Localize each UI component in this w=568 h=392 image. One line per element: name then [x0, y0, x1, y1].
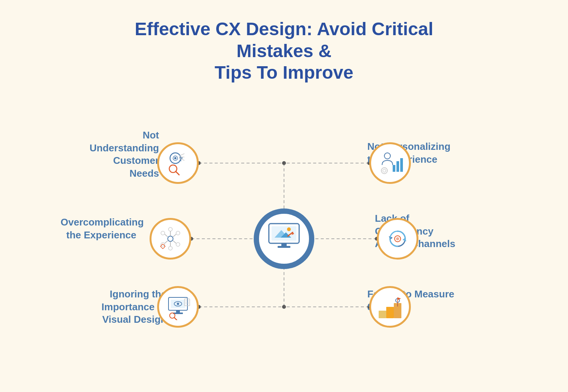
- svg-line-25: [176, 171, 179, 175]
- node-top-right: [369, 142, 411, 184]
- diagram-container: ?: [19, 91, 549, 386]
- svg-point-30: [381, 168, 387, 174]
- svg-rect-58: [176, 310, 180, 313]
- node-mid-left: [150, 218, 191, 260]
- svg-rect-67: [386, 307, 394, 318]
- svg-line-39: [165, 234, 168, 237]
- svg-rect-28: [396, 161, 399, 172]
- svg-rect-16: [278, 246, 290, 248]
- svg-point-57: [177, 303, 179, 305]
- svg-point-26: [384, 153, 390, 159]
- svg-rect-15: [281, 243, 287, 246]
- svg-line-65: [174, 317, 177, 320]
- center-node: [254, 208, 314, 269]
- svg-rect-66: [379, 311, 386, 318]
- node-top-left: ?: [157, 142, 199, 184]
- svg-point-38: [169, 246, 172, 250]
- svg-point-33: [161, 231, 165, 235]
- svg-line-40: [173, 234, 176, 237]
- node-bot-right: [369, 286, 411, 328]
- svg-line-42: [173, 241, 176, 243]
- node-bot-left: [157, 286, 199, 328]
- svg-point-19: [174, 157, 176, 159]
- center-icon: [267, 222, 301, 255]
- label-top-left: Not Understanding Customer Needs: [83, 129, 159, 180]
- svg-point-32: [168, 236, 173, 241]
- svg-point-53: [396, 237, 399, 240]
- page-title: Effective CX Design: Avoid Critical Mist…: [114, 18, 454, 84]
- label-mid-left: Overcomplicating the Experience: [61, 216, 136, 242]
- svg-line-41: [165, 241, 168, 243]
- node-mid-right: [377, 218, 418, 260]
- svg-point-36: [176, 243, 180, 246]
- svg-rect-29: [400, 158, 403, 172]
- svg-point-31: [383, 169, 386, 172]
- svg-point-12: [287, 227, 291, 231]
- svg-rect-27: [393, 165, 395, 172]
- label-bot-left: Ignoring the Importance of Visual Design: [87, 288, 167, 326]
- svg-point-37: [169, 227, 172, 231]
- svg-point-34: [176, 231, 180, 235]
